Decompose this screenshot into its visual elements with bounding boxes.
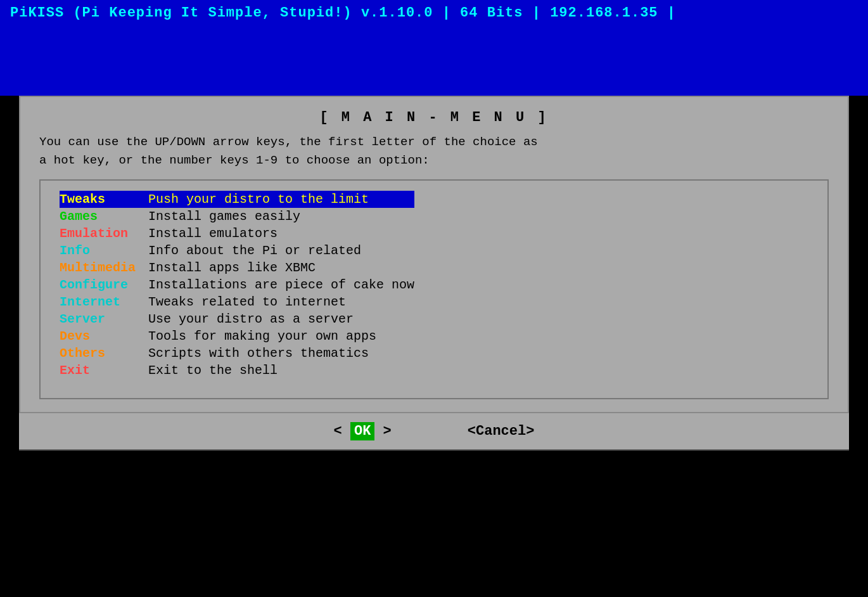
- menu-desc-internet: Tweaks related to internet: [148, 293, 414, 311]
- menu-items: TweaksPush your distro to the limitGames…: [60, 191, 414, 379]
- menu-desc-others: Scripts with others thematics: [148, 345, 414, 362]
- button-bar: < OK > <Cancel>: [19, 413, 849, 449]
- menu-item-emulation[interactable]: EmulationInstall emulators: [60, 225, 414, 242]
- title-text: PiKISS (Pi Keeping It Simple, Stupid!) v…: [10, 5, 676, 21]
- menu-desc-devs: Tools for making your own apps: [148, 328, 414, 345]
- menu-item-multimedia[interactable]: MultimediaInstall apps like XBMC: [60, 259, 414, 276]
- menu-key-devs: Devs: [60, 328, 148, 345]
- menu-item-devs[interactable]: DevsTools for making your own apps: [60, 328, 414, 345]
- menu-item-info[interactable]: InfoInfo about the Pi or related: [60, 242, 414, 259]
- menu-key-info: Info: [60, 242, 148, 259]
- menu-item-exit[interactable]: ExitExit to the shell: [60, 362, 414, 379]
- menu-item-tweaks[interactable]: TweaksPush your distro to the limit: [60, 191, 414, 208]
- menu-title: [ M A I N - M E N U ]: [39, 110, 829, 125]
- menu-item-server[interactable]: ServerUse your distro as a server: [60, 311, 414, 328]
- menu-key-others: Others: [60, 345, 148, 362]
- menu-key-configure: Configure: [60, 276, 148, 293]
- bottom-black-area: [0, 451, 868, 482]
- menu-desc-tweaks: Push your distro to the limit: [148, 191, 414, 208]
- menu-description: You can use the UP/DOWN arrow keys, the …: [39, 133, 829, 169]
- blue-top-area: [0, 26, 868, 96]
- title-bar: PiKISS (Pi Keeping It Simple, Stupid!) v…: [0, 0, 868, 26]
- menu-desc-server: Use your distro as a server: [148, 311, 414, 328]
- menu-item-games[interactable]: GamesInstall games easily: [60, 208, 414, 225]
- ok-button[interactable]: < OK >: [334, 422, 392, 440]
- cancel-button[interactable]: <Cancel>: [468, 423, 535, 439]
- menu-desc-games: Install games easily: [148, 208, 414, 225]
- menu-item-others[interactable]: OthersScripts with others thematics: [60, 345, 414, 362]
- menu-desc-configure: Installations are piece of cake now: [148, 276, 414, 293]
- menu-key-emulation: Emulation: [60, 225, 148, 242]
- ok-right-arrow: >: [383, 423, 392, 439]
- menu-key-exit: Exit: [60, 362, 148, 379]
- menu-key-tweaks: Tweaks: [60, 191, 148, 208]
- description-line2: a hot key, or the number keys 1-9 to cho…: [39, 153, 430, 167]
- menu-item-configure[interactable]: ConfigureInstallations are piece of cake…: [60, 276, 414, 293]
- menu-key-games: Games: [60, 208, 148, 225]
- menu-key-server: Server: [60, 311, 148, 328]
- menu-desc-emulation: Install emulators: [148, 225, 414, 242]
- main-container: [ M A I N - M E N U ] You can use the UP…: [19, 96, 849, 413]
- menu-key-internet: Internet: [60, 293, 148, 311]
- menu-desc-exit: Exit to the shell: [148, 362, 414, 379]
- menu-box: TweaksPush your distro to the limitGames…: [39, 179, 829, 399]
- ok-left-arrow: <: [334, 423, 342, 439]
- ok-label[interactable]: OK: [350, 422, 374, 440]
- description-line1: You can use the UP/DOWN arrow keys, the …: [39, 135, 538, 149]
- menu-desc-info: Info about the Pi or related: [148, 242, 414, 259]
- menu-item-internet[interactable]: InternetTweaks related to internet: [60, 293, 414, 311]
- menu-key-multimedia: Multimedia: [60, 259, 148, 276]
- menu-desc-multimedia: Install apps like XBMC: [148, 259, 414, 276]
